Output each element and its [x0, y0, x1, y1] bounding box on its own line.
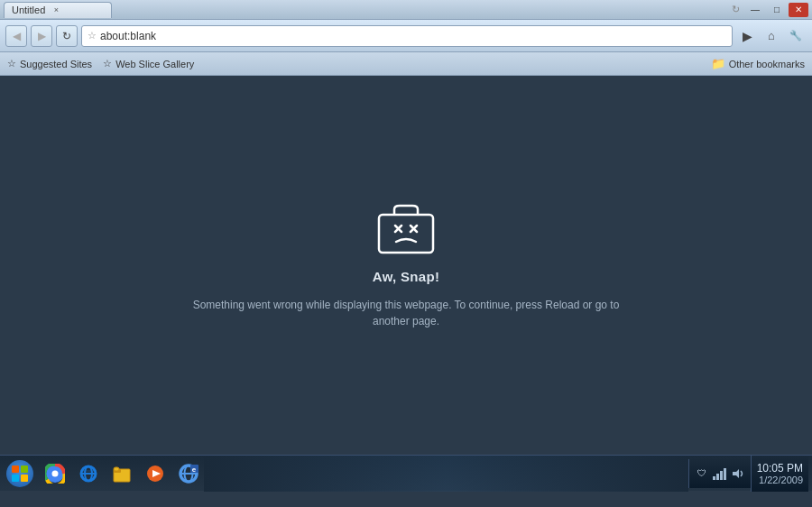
svg-rect-8	[21, 475, 28, 482]
ie-icon	[78, 464, 98, 484]
taskbar-chrome-button[interactable]	[40, 459, 70, 488]
svg-rect-28	[720, 471, 723, 480]
bookmark-suggested-sites[interactable]: ☆ Suggested Sites	[7, 58, 92, 69]
toolbar-right-buttons: ▶ ⌂ 🔧	[736, 25, 807, 47]
network-signal-icon	[713, 467, 727, 480]
explorer-icon	[112, 464, 132, 484]
svg-rect-6	[21, 466, 28, 473]
suggested-sites-label: Suggested Sites	[20, 59, 92, 69]
taskbar-explorer-button[interactable]	[106, 459, 137, 488]
taskbar-wallpaper-preview	[204, 456, 688, 492]
start-button[interactable]	[4, 459, 36, 488]
svg-rect-5	[12, 466, 19, 473]
volume-icon	[732, 467, 744, 480]
web-slice-label: Web Slice Gallery	[115, 59, 194, 69]
network-tray-icon	[713, 466, 727, 481]
quick-launch-apps: e	[40, 459, 204, 488]
error-sad-face-icon	[374, 202, 438, 256]
taskbar-media-player-button[interactable]	[140, 459, 171, 488]
window-controls: — □ ✕	[745, 3, 808, 17]
title-bar: Untitled × ↻ — □ ✕	[0, 0, 812, 20]
svg-rect-7	[12, 475, 19, 482]
close-button[interactable]: ✕	[789, 3, 808, 17]
browser-content-area: Aw, Snap! Something went wrong while dis…	[0, 76, 812, 455]
browser-tab[interactable]: Untitled ×	[4, 2, 112, 18]
address-bar[interactable]: ☆ about:blank	[81, 25, 733, 47]
svg-point-12	[52, 470, 59, 476]
svg-rect-29	[724, 468, 726, 480]
address-text: about:blank	[100, 30, 726, 42]
chrome-icon	[45, 464, 65, 484]
suggested-sites-icon: ☆	[7, 58, 16, 69]
other-bookmarks-label: Other bookmarks	[729, 59, 805, 69]
minimize-button[interactable]: —	[745, 3, 765, 17]
svg-rect-0	[379, 215, 433, 253]
back-button[interactable]: ◀	[5, 25, 27, 47]
navigation-toolbar: ◀ ▶ ↻ ☆ about:blank ▶ ⌂ 🔧	[0, 20, 812, 52]
feed-button[interactable]: ▶	[736, 25, 758, 47]
clock-time: 10:05 PM	[757, 462, 803, 475]
other-bookmarks-container: 📁 Other bookmarks	[711, 57, 805, 70]
svg-text:e: e	[192, 466, 197, 474]
forward-button[interactable]: ▶	[31, 25, 52, 47]
web-slice-icon: ☆	[103, 58, 112, 69]
start-orb	[6, 460, 33, 487]
bookmarks-bar: ☆ Suggested Sites ☆ Web Slice Gallery 📁 …	[0, 52, 812, 76]
media-player-icon	[145, 464, 165, 484]
system-tray: 🛡	[688, 459, 751, 488]
home-button[interactable]: ⌂	[761, 25, 782, 47]
error-title: Aw, Snap!	[373, 269, 439, 284]
address-star-icon: ☆	[88, 30, 97, 41]
volume-tray-icon	[731, 466, 745, 481]
refresh-icon: ↻	[732, 4, 740, 15]
windows-logo-icon	[12, 466, 28, 482]
other-bookmarks-folder-icon: 📁	[711, 57, 725, 70]
svg-rect-26	[713, 476, 715, 480]
tools-button[interactable]: 🔧	[785, 25, 807, 47]
ie2-icon: e	[178, 463, 199, 484]
clock-date: 1/22/2009	[759, 475, 803, 485]
svg-rect-27	[716, 474, 719, 480]
tab-title: Untitled	[12, 5, 45, 15]
error-message: Something went wrong while displaying th…	[189, 297, 623, 329]
refresh-button[interactable]: ↻	[56, 25, 78, 47]
tab-close-button[interactable]: ×	[51, 5, 61, 15]
svg-rect-18	[114, 467, 119, 471]
svg-marker-30	[733, 469, 739, 478]
security-tray-icon: 🛡	[695, 466, 709, 481]
taskbar-ie2-button[interactable]: e	[173, 459, 204, 488]
system-clock[interactable]: 10:05 PM 1/22/2009	[751, 456, 808, 492]
taskbar-ie-button[interactable]	[73, 459, 104, 488]
taskbar: e 🛡 10:05 PM 1/22/2009	[0, 455, 812, 491]
bookmark-web-slice-gallery[interactable]: ☆ Web Slice Gallery	[103, 58, 194, 69]
maximize-button[interactable]: □	[767, 3, 787, 17]
